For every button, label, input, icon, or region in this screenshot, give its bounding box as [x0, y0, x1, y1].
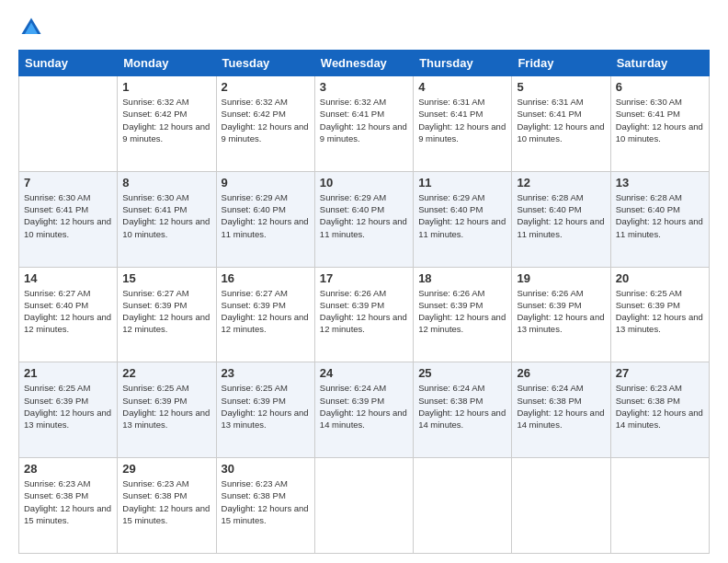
day-number: 30 — [222, 462, 310, 476]
calendar-cell: 3Sunrise: 6:32 AM Sunset: 6:41 PM Daylig… — [314, 76, 413, 172]
day-number: 6 — [616, 80, 704, 94]
day-info: Sunrise: 6:23 AM Sunset: 6:38 PM Dayligh… — [24, 477, 112, 526]
day-number: 13 — [616, 176, 704, 190]
day-header-saturday: Saturday — [610, 51, 709, 76]
day-number: 23 — [222, 366, 310, 380]
day-number: 27 — [616, 366, 704, 380]
calendar-cell — [610, 458, 709, 554]
day-header-tuesday: Tuesday — [216, 51, 314, 76]
day-info: Sunrise: 6:31 AM Sunset: 6:41 PM Dayligh… — [418, 96, 506, 144]
calendar-cell: 30Sunrise: 6:23 AM Sunset: 6:38 PM Dayli… — [216, 458, 314, 554]
day-info: Sunrise: 6:29 AM Sunset: 6:40 PM Dayligh… — [418, 191, 506, 240]
day-info: Sunrise: 6:23 AM Sunset: 6:38 PM Dayligh… — [122, 477, 210, 526]
day-number: 15 — [122, 271, 210, 285]
calendar-cell — [19, 76, 118, 172]
calendar-cell: 1Sunrise: 6:32 AM Sunset: 6:42 PM Daylig… — [118, 76, 216, 172]
calendar-cell — [414, 458, 512, 554]
day-info: Sunrise: 6:30 AM Sunset: 6:41 PM Dayligh… — [24, 191, 112, 240]
calendar-cell: 23Sunrise: 6:25 AM Sunset: 6:39 PM Dayli… — [216, 362, 314, 458]
calendar-cell: 29Sunrise: 6:23 AM Sunset: 6:38 PM Dayli… — [118, 458, 216, 554]
calendar-cell: 11Sunrise: 6:29 AM Sunset: 6:40 PM Dayli… — [414, 171, 512, 267]
day-info: Sunrise: 6:24 AM Sunset: 6:38 PM Dayligh… — [517, 382, 605, 431]
header — [18, 15, 710, 40]
calendar-cell: 19Sunrise: 6:26 AM Sunset: 6:39 PM Dayli… — [512, 267, 610, 362]
day-info: Sunrise: 6:32 AM Sunset: 6:41 PM Dayligh… — [320, 96, 408, 144]
calendar-week-5: 28Sunrise: 6:23 AM Sunset: 6:38 PM Dayli… — [19, 458, 710, 554]
day-info: Sunrise: 6:26 AM Sunset: 6:39 PM Dayligh… — [418, 287, 506, 336]
calendar-table: SundayMondayTuesdayWednesdayThursdayFrid… — [18, 50, 710, 554]
day-number: 17 — [320, 271, 408, 285]
day-number: 10 — [320, 176, 408, 190]
day-number: 7 — [24, 176, 112, 190]
day-number: 24 — [320, 366, 408, 380]
calendar-cell: 13Sunrise: 6:28 AM Sunset: 6:40 PM Dayli… — [610, 171, 709, 267]
day-number: 14 — [24, 271, 112, 285]
day-info: Sunrise: 6:25 AM Sunset: 6:39 PM Dayligh… — [222, 382, 310, 431]
calendar-cell — [512, 458, 610, 554]
calendar-cell: 2Sunrise: 6:32 AM Sunset: 6:42 PM Daylig… — [216, 76, 314, 172]
calendar-cell: 26Sunrise: 6:24 AM Sunset: 6:38 PM Dayli… — [512, 362, 610, 458]
day-info: Sunrise: 6:29 AM Sunset: 6:40 PM Dayligh… — [222, 191, 310, 240]
day-number: 18 — [418, 271, 506, 285]
day-info: Sunrise: 6:23 AM Sunset: 6:38 PM Dayligh… — [222, 477, 310, 526]
day-info: Sunrise: 6:26 AM Sunset: 6:39 PM Dayligh… — [320, 287, 408, 336]
day-number: 19 — [517, 271, 605, 285]
day-number: 28 — [24, 462, 112, 476]
calendar-cell — [314, 458, 413, 554]
day-number: 20 — [616, 271, 704, 285]
calendar-week-2: 7Sunrise: 6:30 AM Sunset: 6:41 PM Daylig… — [19, 171, 710, 267]
day-number: 5 — [517, 80, 605, 94]
day-info: Sunrise: 6:32 AM Sunset: 6:42 PM Dayligh… — [222, 96, 310, 144]
day-info: Sunrise: 6:27 AM Sunset: 6:39 PM Dayligh… — [222, 287, 310, 336]
calendar-cell: 6Sunrise: 6:30 AM Sunset: 6:41 PM Daylig… — [610, 76, 709, 172]
calendar-week-1: 1Sunrise: 6:32 AM Sunset: 6:42 PM Daylig… — [19, 76, 710, 172]
day-number: 21 — [24, 366, 112, 380]
calendar-cell: 22Sunrise: 6:25 AM Sunset: 6:39 PM Dayli… — [118, 362, 216, 458]
day-number: 9 — [222, 176, 310, 190]
calendar-cell: 9Sunrise: 6:29 AM Sunset: 6:40 PM Daylig… — [216, 171, 314, 267]
day-info: Sunrise: 6:26 AM Sunset: 6:39 PM Dayligh… — [517, 287, 605, 336]
calendar-cell: 18Sunrise: 6:26 AM Sunset: 6:39 PM Dayli… — [414, 267, 512, 362]
day-header-thursday: Thursday — [414, 51, 512, 76]
page: SundayMondayTuesdayWednesdayThursdayFrid… — [0, 0, 728, 563]
day-number: 29 — [122, 462, 210, 476]
day-info: Sunrise: 6:24 AM Sunset: 6:38 PM Dayligh… — [418, 382, 506, 431]
day-info: Sunrise: 6:29 AM Sunset: 6:40 PM Dayligh… — [320, 191, 408, 240]
day-number: 26 — [517, 366, 605, 380]
calendar-cell: 15Sunrise: 6:27 AM Sunset: 6:39 PM Dayli… — [118, 267, 216, 362]
day-info: Sunrise: 6:30 AM Sunset: 6:41 PM Dayligh… — [616, 96, 704, 144]
day-info: Sunrise: 6:27 AM Sunset: 6:39 PM Dayligh… — [122, 287, 210, 336]
calendar-cell: 28Sunrise: 6:23 AM Sunset: 6:38 PM Dayli… — [19, 458, 118, 554]
calendar-cell: 17Sunrise: 6:26 AM Sunset: 6:39 PM Dayli… — [314, 267, 413, 362]
calendar-cell: 20Sunrise: 6:25 AM Sunset: 6:39 PM Dayli… — [610, 267, 709, 362]
calendar-cell: 24Sunrise: 6:24 AM Sunset: 6:39 PM Dayli… — [314, 362, 413, 458]
day-header-friday: Friday — [512, 51, 610, 76]
day-number: 4 — [418, 80, 506, 94]
day-number: 16 — [222, 271, 310, 285]
day-number: 3 — [320, 80, 408, 94]
day-info: Sunrise: 6:30 AM Sunset: 6:41 PM Dayligh… — [122, 191, 210, 240]
calendar-cell: 4Sunrise: 6:31 AM Sunset: 6:41 PM Daylig… — [414, 76, 512, 172]
day-info: Sunrise: 6:25 AM Sunset: 6:39 PM Dayligh… — [122, 382, 210, 431]
day-number: 2 — [222, 80, 310, 94]
calendar-cell: 10Sunrise: 6:29 AM Sunset: 6:40 PM Dayli… — [314, 171, 413, 267]
calendar-cell: 5Sunrise: 6:31 AM Sunset: 6:41 PM Daylig… — [512, 76, 610, 172]
day-info: Sunrise: 6:24 AM Sunset: 6:39 PM Dayligh… — [320, 382, 408, 431]
calendar-cell: 8Sunrise: 6:30 AM Sunset: 6:41 PM Daylig… — [118, 171, 216, 267]
day-info: Sunrise: 6:25 AM Sunset: 6:39 PM Dayligh… — [616, 287, 704, 336]
day-info: Sunrise: 6:32 AM Sunset: 6:42 PM Dayligh… — [122, 96, 210, 144]
day-header-sunday: Sunday — [19, 51, 118, 76]
calendar-week-4: 21Sunrise: 6:25 AM Sunset: 6:39 PM Dayli… — [19, 362, 710, 458]
header-row: SundayMondayTuesdayWednesdayThursdayFrid… — [19, 51, 710, 76]
day-header-monday: Monday — [118, 51, 216, 76]
day-number: 25 — [418, 366, 506, 380]
day-header-wednesday: Wednesday — [314, 51, 413, 76]
day-number: 11 — [418, 176, 506, 190]
day-number: 12 — [517, 176, 605, 190]
calendar-cell: 27Sunrise: 6:23 AM Sunset: 6:38 PM Dayli… — [610, 362, 709, 458]
day-info: Sunrise: 6:27 AM Sunset: 6:40 PM Dayligh… — [24, 287, 112, 336]
day-number: 8 — [122, 176, 210, 190]
calendar-cell: 21Sunrise: 6:25 AM Sunset: 6:39 PM Dayli… — [19, 362, 118, 458]
calendar-cell: 25Sunrise: 6:24 AM Sunset: 6:38 PM Dayli… — [414, 362, 512, 458]
logo-icon — [18, 15, 44, 40]
